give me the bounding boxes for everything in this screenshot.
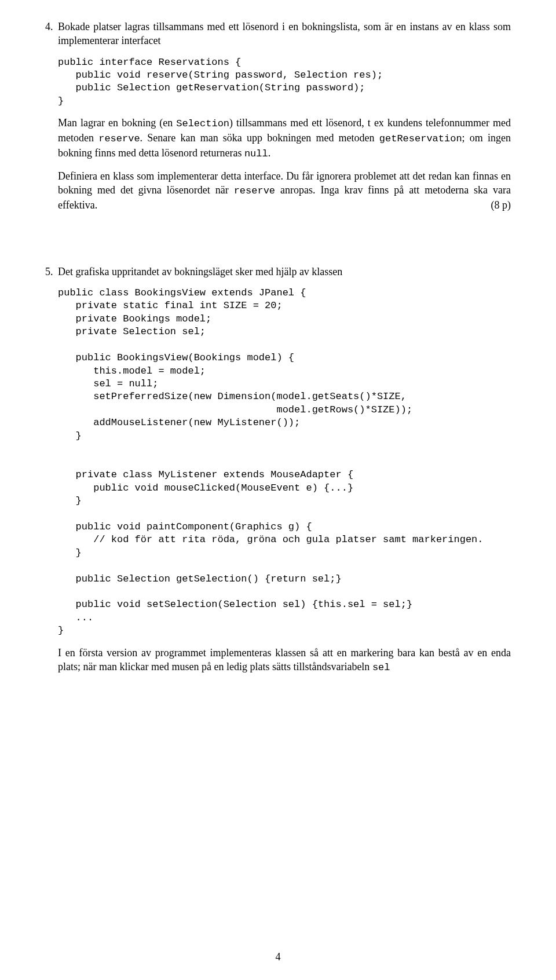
q4-para3: Definiera en klass som implementerar det… <box>58 169 511 213</box>
question-5: 5. Det grafiska uppritandet av bokningsl… <box>45 265 511 675</box>
inline-sel: sel <box>372 662 390 673</box>
question-4: 4. Bokade platser lagras tillsammans med… <box>45 20 511 213</box>
q4-para2: Man lagrar en bokning (en Selection) til… <box>58 116 511 161</box>
q4-score: (8 p) <box>491 198 511 212</box>
q4-code: public interface Reservations { public v… <box>58 56 511 108</box>
inline-null: null <box>244 148 268 159</box>
q4-p2a: Man lagrar en bokning (en <box>58 117 176 129</box>
q5-para2: I en första version av programmet implem… <box>58 646 511 675</box>
q5-number: 5. <box>45 265 53 279</box>
page-number: 4 <box>0 950 556 964</box>
inline-getreservation: getReservation <box>379 133 462 144</box>
inline-selection: Selection <box>176 118 229 129</box>
q4-para1: Bokade platser lagras tillsammans med et… <box>58 20 511 48</box>
q4-p2e: . <box>268 147 271 159</box>
inline-reserve: reserve <box>98 133 140 144</box>
q5-para1: Det grafiska uppritandet av bokningsläge… <box>58 265 511 279</box>
q5-code: public class BookingsView extends JPanel… <box>58 287 511 638</box>
q4-p2c: . Senare kan man söka upp bokningen med … <box>140 132 379 144</box>
q4-p1-text: Bokade platser lagras tillsammans med et… <box>58 21 511 46</box>
inline-reserve2: reserve <box>234 185 275 196</box>
q5-p2a: I en första version av programmet implem… <box>58 647 511 672</box>
q4-number: 4. <box>45 20 53 34</box>
q5-p1-text: Det grafiska uppritandet av bokningsläge… <box>58 266 342 277</box>
